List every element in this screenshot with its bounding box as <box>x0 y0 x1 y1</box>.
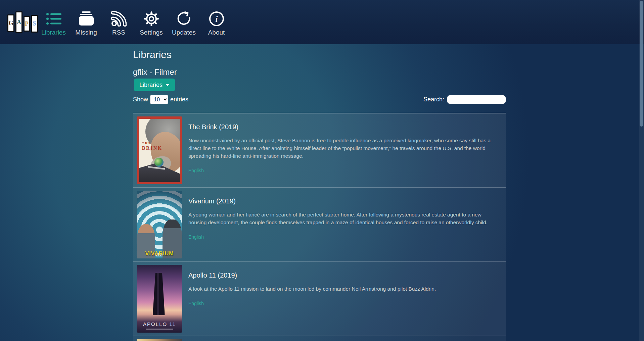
inbox-stack-icon <box>78 10 94 28</box>
movie-info: The Brink (2019) Now unconstrained by an… <box>188 116 497 184</box>
search-label: Search: <box>423 96 444 103</box>
nav-label-updates: Updates <box>172 29 196 36</box>
movie-description: Now unconstrained by an official post, S… <box>188 137 497 160</box>
chevron-down-icon <box>166 84 170 86</box>
movie-table: THE BRINK The Brink (2019) Now unconstra… <box>133 113 506 341</box>
table-row[interactable] <box>133 336 506 341</box>
nav-item-libraries[interactable]: Libraries <box>37 0 70 44</box>
scrollbar-track[interactable] <box>639 0 644 341</box>
logo-letter-g: G <box>7 14 14 32</box>
movie-poster-the-brink: THE BRINK <box>137 116 182 184</box>
nav-label-rss: RSS <box>112 29 125 36</box>
movie-title: Vivarium (2019) <box>188 197 497 205</box>
table-row[interactable]: VIVARIUM Vivarium (2019) A young woman a… <box>133 188 506 262</box>
table-row[interactable]: THE BRINK The Brink (2019) Now unconstra… <box>133 113 506 188</box>
gear-icon <box>144 10 159 28</box>
movie-language-link[interactable]: English <box>188 234 204 240</box>
movie-language-link[interactable]: English <box>188 301 204 306</box>
movie-poster-partial <box>137 339 182 341</box>
nav-item-rss[interactable]: RSS <box>102 0 135 44</box>
logo-letter-s: S <box>31 15 38 33</box>
search-control: Search: <box>423 95 506 104</box>
nav-label-about: About <box>208 29 225 36</box>
page-length-control: Show 10 entries <box>133 95 188 104</box>
entries-label: entries <box>170 96 188 103</box>
nav-label-settings: Settings <box>140 29 163 36</box>
nav-label-libraries: Libraries <box>41 29 66 36</box>
movie-poster-vivarium: VIVARIUM <box>137 191 182 258</box>
movie-info: Apollo 11 (2019) A look at the Apollo 11… <box>188 265 436 333</box>
logo-letter-a: A <box>15 11 22 33</box>
poster-title-text: THE BRINK <box>142 142 163 151</box>
search-input[interactable] <box>447 95 506 104</box>
info-icon: i <box>209 10 224 28</box>
movie-description: A young woman and her fiancé are in sear… <box>188 211 497 226</box>
movie-title: Apollo 11 (2019) <box>188 272 436 279</box>
nav-menu: Libraries Missing <box>37 0 233 44</box>
nav-item-missing[interactable]: Missing <box>70 0 102 44</box>
page-title: Libraries <box>133 49 172 60</box>
nav-label-missing: Missing <box>75 29 97 36</box>
movie-language-link[interactable]: English <box>188 168 204 173</box>
nav-item-settings[interactable]: Settings <box>135 0 168 44</box>
nav-item-updates[interactable]: Updates <box>168 0 200 44</box>
refresh-icon <box>176 10 192 28</box>
movie-title: The Brink (2019) <box>188 123 497 131</box>
table-row[interactable]: APOLLO 11 Apollo 11 (2019) A look at the… <box>133 262 506 336</box>
poster-title-text: VIVARIUM <box>137 251 182 257</box>
rss-icon <box>111 10 127 28</box>
scrollbar-thumb[interactable] <box>640 1 643 127</box>
poster-title-text: APOLLO 11 <box>137 321 182 327</box>
poster-tagline-bar <box>146 329 173 330</box>
movie-poster-apollo-11: APOLLO 11 <box>137 265 182 333</box>
libraries-dropdown-button[interactable]: Libraries <box>134 79 175 91</box>
movie-description: A look at the Apollo 11 mission to land … <box>188 285 436 293</box>
list-icon <box>46 10 61 28</box>
logo-letter-p: P <box>24 16 30 32</box>
svg-text:i: i <box>215 14 218 23</box>
poster-art-globe <box>154 158 164 167</box>
library-name-subtitle: gflix - Filmer <box>133 67 177 77</box>
poster-art-launch-tower <box>153 273 165 315</box>
page-length-select[interactable]: 10 <box>150 95 168 104</box>
nav-item-about[interactable]: i About <box>200 0 233 44</box>
show-label: Show <box>133 96 148 103</box>
libraries-dropdown-label: Libraries <box>139 82 163 89</box>
movie-info: Vivarium (2019) A young woman and her fi… <box>188 191 497 258</box>
top-navbar: G A P S Libraries Miss <box>0 0 644 44</box>
